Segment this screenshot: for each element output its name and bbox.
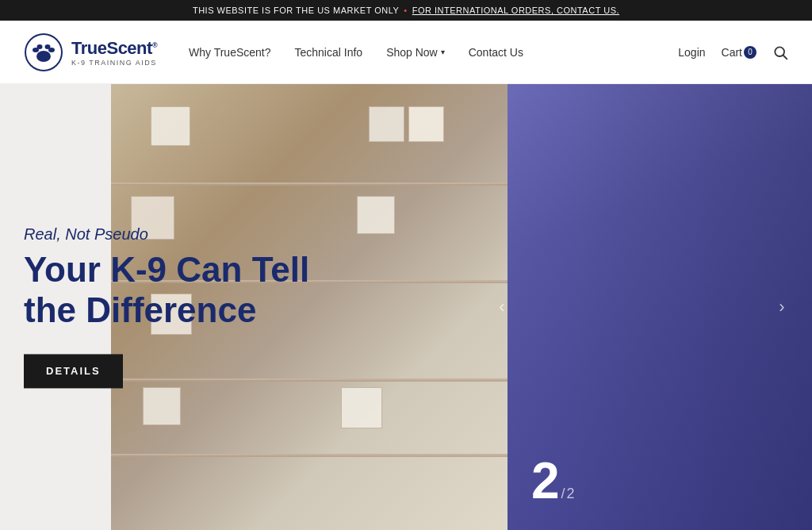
hero-title: Your K-9 Can Tell the Difference	[24, 250, 309, 330]
next-slide-button[interactable]: ›	[768, 293, 796, 321]
hero-right-panel: 2 / 2	[508, 84, 812, 530]
slide-current-number: 2	[531, 455, 560, 506]
top-banner: THIS WEBSITE IS FOR THE US MARKET ONLY •…	[0, 0, 812, 21]
hero-left-panel: Real, Not Pseudo Your K-9 Can Tell the D…	[0, 84, 508, 530]
cart-count-badge: 0	[744, 46, 756, 59]
svg-line-8	[783, 55, 787, 59]
prev-slide-button[interactable]: ‹	[488, 293, 516, 321]
banner-main-text: THIS WEBSITE IS FOR THE US MARKET ONLY	[193, 6, 399, 15]
svg-point-2	[36, 51, 51, 62]
details-button[interactable]: DETAILS	[24, 355, 123, 389]
header: TrueScent® K-9 TRAINING AIDS Why TrueSce…	[0, 21, 812, 84]
nav-shop-now[interactable]: Shop Now ▾	[386, 46, 445, 59]
logo-brand-name: TrueScent®	[71, 38, 157, 59]
search-button[interactable]	[772, 44, 788, 60]
cart-button[interactable]: Cart 0	[722, 46, 756, 59]
login-button[interactable]: Login	[678, 46, 705, 59]
banner-dot: •	[404, 6, 407, 15]
shelf-box	[341, 387, 382, 428]
hero-section: Real, Not Pseudo Your K-9 Can Tell the D…	[0, 84, 812, 530]
header-actions: Login Cart 0	[678, 44, 788, 60]
svg-point-4	[37, 44, 43, 49]
logo-subtitle: K-9 TRAINING AIDS	[71, 59, 157, 67]
next-arrow-icon: ›	[779, 297, 784, 317]
logo-text: TrueScent® K-9 TRAINING AIDS	[71, 38, 157, 67]
logo[interactable]: TrueScent® K-9 TRAINING AIDS	[24, 33, 157, 72]
shelf-box	[143, 387, 181, 425]
banner-link[interactable]: FOR INTERNATIONAL ORDERS, CONTACT US.	[412, 6, 619, 15]
slide-counter: 2 / 2	[531, 455, 575, 506]
prev-arrow-icon: ‹	[499, 297, 504, 317]
shelf-box	[408, 106, 444, 142]
svg-point-6	[48, 48, 55, 52]
main-nav: Why TrueScent? Technical Info Shop Now ▾…	[189, 46, 678, 59]
nav-contact-us[interactable]: Contact Us	[469, 46, 523, 59]
shelf-box	[357, 196, 395, 234]
paw-icon	[24, 33, 63, 72]
hero-subtitle: Real, Not Pseudo	[24, 225, 309, 244]
nav-technical-info[interactable]: Technical Info	[295, 46, 363, 59]
shop-now-chevron-icon: ▾	[441, 48, 445, 56]
shelf-box	[369, 106, 404, 142]
search-icon	[772, 44, 788, 60]
hero-text-block: Real, Not Pseudo Your K-9 Can Tell the D…	[24, 225, 309, 388]
slide-separator: /	[561, 486, 565, 502]
shelf-1	[111, 182, 508, 186]
shelf-4	[111, 454, 508, 457]
nav-why-truescent[interactable]: Why TrueScent?	[189, 46, 271, 59]
slide-total-number: 2	[567, 486, 575, 502]
shelf-box	[151, 106, 190, 146]
